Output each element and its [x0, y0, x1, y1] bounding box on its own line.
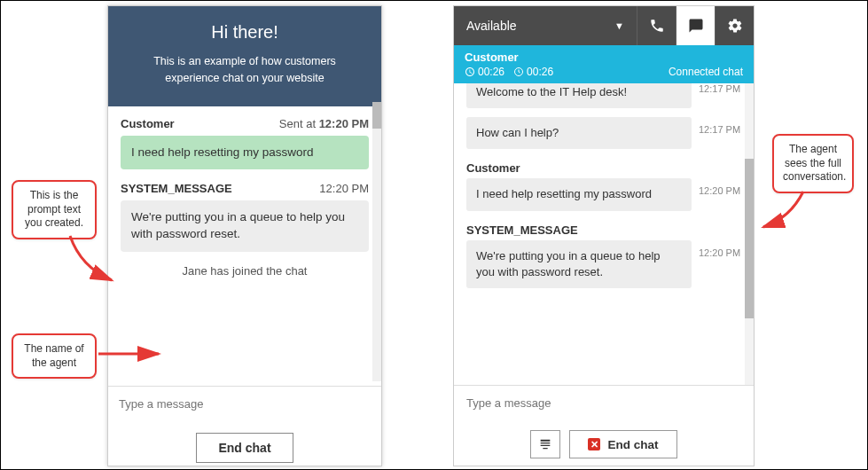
message-header: Customer Sent at 12:20 PM: [121, 117, 369, 130]
end-chat-label: End chat: [607, 438, 658, 451]
timer-1: 00:26: [465, 66, 504, 78]
phone-icon: [649, 18, 665, 34]
agent-panel: Available ▼ Customer 00:26: [453, 5, 755, 466]
timer-icon: [513, 67, 524, 77]
agent-message-time: 12:20 PM: [699, 247, 741, 258]
timer-2: 00:26: [513, 66, 553, 78]
agent-sender-label: Customer: [454, 158, 741, 178]
arrow-3: [755, 187, 808, 244]
phone-button[interactable]: [637, 6, 676, 45]
status-label: Available: [466, 19, 517, 33]
agent-message-bubble: Welcome to the IT Help desk!: [466, 83, 692, 108]
message-block: Customer Sent at 12:20 PM I need help re…: [121, 117, 369, 170]
settings-button[interactable]: [715, 6, 754, 45]
agent-scrollbar-thumb[interactable]: [745, 159, 754, 318]
message-bubble: I need help resetting my password: [121, 136, 369, 170]
callout-agent-name: The name of the agent: [12, 333, 97, 379]
agent-input-area: [454, 385, 754, 419]
message-time: Sent at 12:20 PM: [279, 117, 369, 130]
agent-message-row: Welcome to the IT Help desk! 12:17 PM: [454, 83, 741, 108]
customer-chat-header: Hi there! This is an example of how cust…: [108, 6, 381, 106]
message-sender: SYSTEM_MESSAGE: [121, 182, 232, 195]
customer-chat-body: Customer Sent at 12:20 PM I need help re…: [108, 106, 381, 386]
agent-message-row: We're putting you in a queue to help you…: [454, 240, 741, 288]
chat-button[interactable]: [676, 6, 715, 45]
message-bubble: We're putting you in a queue to help you…: [121, 200, 369, 252]
callout-prompt-text: This is the prompt text you created.: [12, 180, 97, 239]
message-block: SYSTEM_MESSAGE 12:20 PM We're putting yo…: [121, 182, 369, 252]
customer-input-area: [108, 386, 381, 420]
contact-icon: [538, 437, 552, 451]
agent-chat-body: Welcome to the IT Help desk! 12:17 PM Ho…: [454, 83, 754, 385]
end-chat-button[interactable]: End chat: [196, 433, 293, 463]
agent-sender-label: SYSTEM_MESSAGE: [454, 220, 741, 240]
agent-message-time: 12:17 PM: [699, 124, 741, 135]
status-dropdown[interactable]: Available ▼: [454, 6, 637, 45]
quick-response-button[interactable]: [530, 430, 560, 458]
agent-message-time: 12:17 PM: [699, 83, 741, 94]
agent-message-bubble: How can I help?: [466, 117, 692, 149]
agent-footer: ✕ End chat: [454, 419, 754, 469]
header-title: Hi there!: [126, 22, 364, 43]
agent-status-bar: Customer 00:26 00:26 Connected chat: [454, 45, 754, 83]
agent-message-time: 12:20 PM: [699, 185, 741, 196]
arrow-1: [63, 231, 125, 297]
status-timers: 00:26 00:26: [465, 66, 553, 78]
agent-message-row: How can I help? 12:17 PM: [454, 117, 741, 149]
agent-message-bubble: I need help resetting my password: [466, 178, 692, 210]
agent-message-input[interactable]: [466, 396, 741, 410]
message-sender: Customer: [121, 117, 175, 130]
agent-customer-label: Customer: [465, 51, 743, 64]
join-message: Jane has joined the chat: [121, 264, 369, 278]
customer-footer: End chat: [108, 420, 381, 471]
customer-chat-panel: Hi there! This is an example of how cust…: [107, 5, 382, 466]
message-header: SYSTEM_MESSAGE 12:20 PM: [121, 182, 369, 195]
toolbar-buttons: [637, 6, 754, 45]
chevron-down-icon: ▼: [614, 20, 624, 31]
gear-icon: [727, 18, 743, 34]
connected-label: Connected chat: [669, 66, 743, 78]
message-input[interactable]: [119, 397, 371, 411]
chat-icon: [688, 18, 704, 34]
clock-icon: [465, 67, 475, 77]
arrow-2: [97, 345, 168, 366]
agent-toolbar: Available ▼: [454, 6, 754, 45]
agent-end-chat-button[interactable]: ✕ End chat: [569, 430, 676, 458]
callout-full-conversation: The agent sees the full conversation.: [772, 134, 854, 193]
header-subtitle: This is an example of how customers expe…: [126, 53, 364, 87]
close-icon: ✕: [588, 438, 600, 450]
agent-message-row: I need help resetting my password 12:20 …: [454, 178, 741, 210]
message-time: 12:20 PM: [319, 182, 369, 195]
agent-message-bubble: We're putting you in a queue to help you…: [466, 240, 692, 288]
